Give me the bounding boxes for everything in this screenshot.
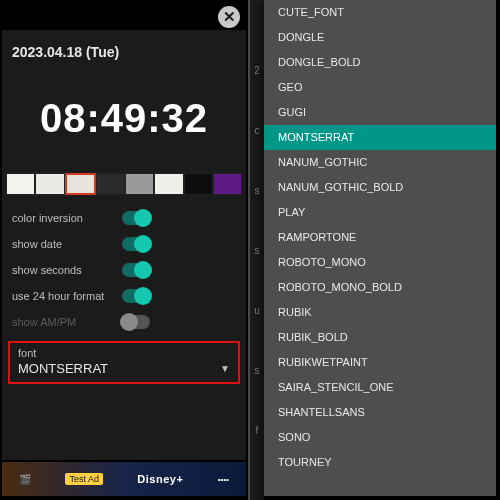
clock-settings-dialog: 2023.04.18 (Tue) 08:49:32 color inversio… [2,30,246,460]
font-option[interactable]: PLAY [264,200,496,225]
font-option[interactable]: SONO [264,425,496,450]
setting-show-seconds: show seconds [12,257,236,283]
toggle-use-24h[interactable] [122,289,150,303]
font-option[interactable]: MONTSERRAT [264,125,496,150]
font-option[interactable]: RUBIKWETPAINT [264,350,496,375]
font-option[interactable]: ROBOTO_MONO [264,250,496,275]
color-swatch[interactable] [125,173,154,195]
settings-pane: ✕ 2023.04.18 (Tue) 08:49:32 color invers… [0,0,250,500]
toggle-show-seconds[interactable] [122,263,150,277]
font-option[interactable]: SAIRA_STENCIL_ONE [264,375,496,400]
background-peek: 2 c s s u s f [250,0,264,500]
font-selector[interactable]: font MONTSERRAT ▼ [8,341,240,384]
setting-label: color inversion [12,212,122,224]
close-row: ✕ [0,0,248,30]
color-swatch[interactable] [6,173,35,195]
font-option[interactable]: GEO [264,75,496,100]
color-swatch[interactable] [184,173,213,195]
setting-show-ampm: show AM/PM [12,309,236,335]
ad-badge: Test Ad [65,473,103,485]
setting-use-24h: use 24 hour format [12,283,236,309]
date-display: 2023.04.18 (Tue) [2,30,246,68]
ad-brand: Disney+ [137,473,183,485]
setting-label: show seconds [12,264,122,276]
font-label: font [18,347,230,359]
setting-label: use 24 hour format [12,290,122,302]
font-option[interactable]: RAMPORTONE [264,225,496,250]
ad-thumb-icon: 🎬 [19,474,31,485]
font-option[interactable]: SHANTELLSANS [264,400,496,425]
color-swatch-row [2,173,246,197]
font-value-row: MONTSERRAT ▼ [18,359,230,376]
chevron-down-icon: ▼ [220,363,230,374]
font-dropdown-menu[interactable]: CUTE_FONTDONGLEDONGLE_BOLDGEOGUGIMONTSER… [264,0,496,496]
color-swatch[interactable] [35,173,64,195]
toggle-color-inversion[interactable] [122,211,150,225]
setting-label: show AM/PM [12,316,122,328]
font-option[interactable]: DONGLE [264,25,496,50]
font-option[interactable]: NANUM_GOTHIC [264,150,496,175]
font-option[interactable]: ROBOTO_MONO_BOLD [264,275,496,300]
color-swatch[interactable] [154,173,183,195]
font-option[interactable]: CUTE_FONT [264,0,496,25]
close-icon[interactable]: ✕ [218,6,240,28]
font-option[interactable]: GUGI [264,100,496,125]
font-dropdown-pane: 2 c s s u s f CUTE_FONTDONGLEDONGLE_BOLD… [250,0,500,500]
ad-banner[interactable]: 🎬 Test Ad Disney+ •••• [2,462,246,496]
setting-label: show date [12,238,122,250]
toggle-show-ampm [122,315,150,329]
setting-show-date: show date [12,231,236,257]
font-option[interactable]: RUBIK [264,300,496,325]
toggle-show-date[interactable] [122,237,150,251]
ad-text: •••• [218,475,229,484]
color-swatch[interactable] [96,173,125,195]
font-option[interactable]: TOURNEY [264,450,496,475]
font-value: MONTSERRAT [18,361,108,376]
font-option[interactable]: RUBIK_BOLD [264,325,496,350]
settings-list: color inversion show date show seconds u… [2,197,246,335]
color-swatch[interactable] [213,173,242,195]
time-display: 08:49:32 [2,68,246,173]
font-option[interactable]: NANUM_GOTHIC_BOLD [264,175,496,200]
font-option[interactable]: DONGLE_BOLD [264,50,496,75]
color-swatch-selected[interactable] [65,173,96,195]
setting-color-inversion: color inversion [12,205,236,231]
